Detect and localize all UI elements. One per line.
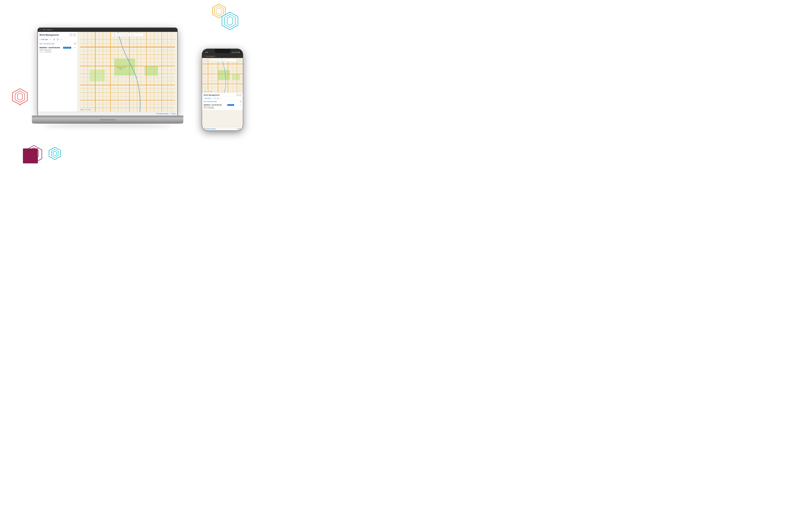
laptop-app-title: ESG Utility 5.2 [43,29,171,31]
search-icon: 🔍 [113,34,115,36]
work-item-progress: 0 of 1 Completed [39,51,76,53]
laptop-map-scale: Scale: 1:477,038 [79,109,92,111]
phone-search-placeholder: Search for an address, asset... [211,60,228,61]
hex-maroon-icon [23,145,45,167]
laptop-main-area: Work Management ⓘ ✕ + Add New ✦ 🔗 💬 ••• [38,32,177,112]
phone-action-star: ✦ [212,98,213,99]
action-star-icon: ✦ [50,38,52,41]
wm-header: Work Management ⓘ ✕ [38,32,77,37]
svg-marker-0 [213,4,225,18]
laptop-forward-btn[interactable]: → [174,29,176,31]
svg-marker-14 [49,147,61,159]
phone-work-item-progress: 0 of 1 Completed [204,108,241,109]
phone-wm-close-btn[interactable]: ✕ [239,94,241,96]
svg-marker-3 [222,12,238,30]
sync-btn[interactable]: ↻ Sync [171,113,176,115]
phone-forward-btn[interactable]: → [240,56,241,57]
phone-breadcrumbing-icon: 📍 [204,128,206,130]
phone-titlebar: ☰ ESG Utility 5.2 ← → [202,54,243,58]
laptop-back-btn[interactable]: ← [172,29,173,31]
phone-sync-icon: ↻ [236,128,238,130]
work-item[interactable]: 68429016 - Gerald Booker En-Route ••• Me… [38,45,77,54]
phone-notch [214,49,230,53]
phone-wm-header: Work Management ⓘ ✕ [202,93,243,97]
phone-work-item-type: Meter Inspection [204,106,241,108]
hex-teal-icon [220,11,240,32]
phone-screen: 9:41 ▲▲▲ WiFi 🔋 ☰ ESG Utility 5.2 ← → 🔍 … [202,49,243,131]
phone-filter-icon[interactable]: ⚙ [240,101,241,102]
phone-back-btn[interactable]: ← [238,56,239,57]
wm-close-btn[interactable]: ✕ [73,34,76,36]
phone-en-route-badge: En-Route [227,104,234,106]
work-item-id: 68429016 - Gerald Booker [39,46,60,49]
wm-actions: + Add New ✦ 🔗 💬 ••• [38,37,77,42]
phone-wm-icons: ⓘ ✕ [236,94,241,96]
svg-rect-19 [90,70,105,81]
phone-add-new-button[interactable]: + Add New [204,97,211,99]
hex-gold-icon [211,3,227,20]
phone-sort-label: Sort: [204,101,207,102]
svg-rect-11 [23,149,38,164]
map-svg: Chicago Golf Club [78,32,177,112]
svg-marker-15 [52,149,58,158]
phone-work-item-more[interactable]: ••• [240,104,241,106]
phone-breadcrumbing-btn[interactable]: 📍 Breadcrumbing [204,128,215,130]
phone-work-item[interactable]: 68429016 - Gerald Booker En-Route ••• Me… [202,103,243,110]
add-new-button[interactable]: + Add New [39,38,48,40]
filter-icon[interactable]: ⚙ [74,43,76,45]
laptop-hinge [32,116,183,118]
en-route-badge: En-Route [63,47,71,49]
laptop-screen-content: Work Management ⓘ ✕ + Add New ✦ 🔗 💬 ••• [38,32,177,116]
svg-marker-6 [13,89,27,104]
laptop-map-area: 🔍 Search for an address, asset... [78,32,177,112]
wm-sort-bar: Sort: Scheduled Start ⚙ [38,42,77,45]
laptop-notch [100,119,116,120]
wm-info-btn[interactable]: ⓘ [70,34,72,36]
search-placeholder: Search for an address, asset... [116,34,135,36]
work-item-type: Meter Inspection [39,49,76,51]
svg-marker-8 [18,93,22,100]
svg-marker-4 [225,14,235,27]
phone: 9:41 ▲▲▲ WiFi 🔋 ☰ ESG Utility 5.2 ← → 🔍 … [202,49,243,131]
work-item-more-btn[interactable]: ••• [74,46,76,49]
phone-action-link: 🔗 [214,98,216,99]
phone-sync-label: Sync [238,128,241,130]
svg-marker-16 [53,151,57,156]
laptop-shadow [44,124,171,130]
svg-marker-5 [227,17,233,25]
laptop: ☰ ESG Utility 5.2 ← → Work Management ⓘ … [32,28,183,126]
phone-action-comment: 💬 [217,98,219,99]
phone-action-more[interactable]: ••• [220,98,221,99]
laptop-base-plate [32,118,183,124]
sync-icon: ↻ [171,113,172,115]
svg-marker-13 [29,148,39,159]
phone-app-title: ESG Utility 5.2 [206,56,236,57]
phone-wm-info-btn[interactable]: ⓘ [236,94,239,96]
action-more-icon[interactable]: ••• [60,38,62,41]
sort-value[interactable]: Scheduled Start [43,43,55,45]
phone-work-item-header: 68429016 - Gerald Booker En-Route ••• [204,104,241,106]
phone-breadcrumbing-label: Breadcrumbing [206,128,215,130]
phone-signal: ▲▲▲ WiFi 🔋 [232,52,240,53]
phone-wm-actions: + Add New ✦ 🔗 💬 ••• [202,97,243,100]
laptop-titlebar: ☰ ESG Utility 5.2 ← → [38,28,177,32]
svg-marker-2 [216,7,222,14]
phone-sort-value[interactable]: Scheduled Start [207,101,217,102]
laptop-map-search[interactable]: 🔍 Search for an address, asset... [112,33,144,36]
phone-map-area: 🔍 Search for an address, asset... [202,58,243,93]
phone-sync-btn[interactable]: ↻ Sync [236,128,241,130]
work-management-panel: Work Management ⓘ ✕ + Add New ✦ 🔗 💬 ••• [38,32,78,112]
sort-label: Sort: [39,43,43,45]
breadcrumbing-icon: 📍 [156,113,158,115]
laptop-nav-buttons: ← → [172,29,176,31]
svg-marker-1 [214,6,224,16]
phone-search[interactable]: 🔍 Search for an address, asset... [208,59,237,61]
work-item-header: 68429016 - Gerald Booker En-Route ••• [39,46,76,49]
hex-red-icon [11,88,29,107]
svg-marker-7 [15,91,25,102]
hex-teal-small-icon [48,147,62,161]
wm-header-icons: ⓘ ✕ [70,34,76,36]
breadcrumbing-btn[interactable]: 📍 Breadcrumbing [156,113,168,115]
laptop-screen: ☰ ESG Utility 5.2 ← → Work Management ⓘ … [38,28,177,116]
phone-work-item-id: 68429016 - Gerald Booker [204,104,222,106]
